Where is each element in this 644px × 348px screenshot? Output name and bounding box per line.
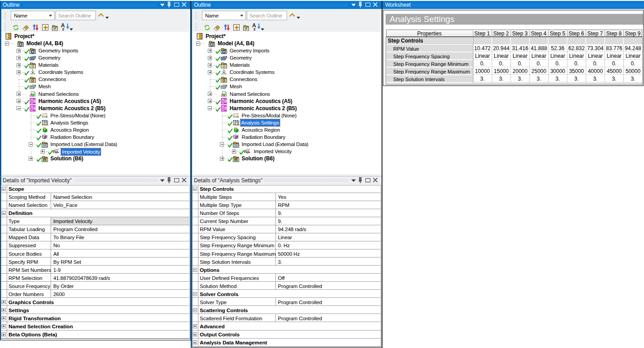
- svg-text:T=0: T=0: [42, 115, 47, 119]
- svg-text:T=0: T=0: [233, 115, 239, 119]
